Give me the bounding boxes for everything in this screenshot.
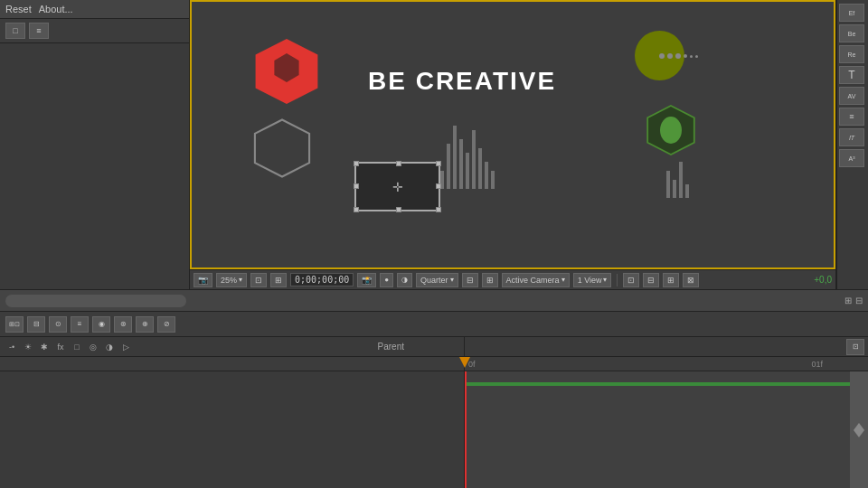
handle-tr[interactable] <box>436 161 441 166</box>
handle-bl[interactable] <box>354 207 359 212</box>
offset-display: +0,0 <box>814 275 832 285</box>
rp-effects[interactable]: Ef <box>839 4 864 22</box>
audio-bar-3 <box>453 126 457 189</box>
dot-3 <box>675 53 681 59</box>
selection-box[interactable]: ✛ <box>354 162 440 211</box>
panel-icon-1[interactable]: □ <box>5 23 25 39</box>
tl-btn-5[interactable]: ◉ <box>92 316 110 333</box>
view-icon-1[interactable]: ⊡ <box>623 273 639 287</box>
tl-collapse-icon[interactable]: ⊟ <box>855 296 863 305</box>
tl-btn-7[interactable]: ⊕ <box>136 316 154 333</box>
audio-bar-4 <box>459 139 463 189</box>
left-panel: Reset About... □ ≡ <box>0 0 190 289</box>
end-marker[interactable] <box>850 371 868 488</box>
svg-marker-2 <box>255 120 309 177</box>
handle-br[interactable] <box>436 207 441 212</box>
parent-label: Parent <box>378 342 458 352</box>
handle-mr[interactable] <box>436 183 441 189</box>
separator-1 <box>617 274 618 286</box>
selection-center-crosshair: ✛ <box>392 180 403 194</box>
audio-bar-5 <box>466 153 469 189</box>
audio-bars <box>440 117 495 189</box>
color-btn-1[interactable]: ● <box>380 273 393 287</box>
camera-icon-btn[interactable]: 📷 <box>193 273 212 287</box>
timeline-right-col[interactable] <box>465 371 868 488</box>
timeline-search[interactable] <box>5 295 186 307</box>
scene-container: BE CREATIVE <box>196 26 829 243</box>
handle-tc[interactable] <box>396 161 401 166</box>
view-icon-4[interactable]: ⊠ <box>683 273 699 287</box>
view-icon-3[interactable]: ⊞ <box>663 273 679 287</box>
layer-icon-7[interactable]: ▷ <box>119 341 132 353</box>
layer-icon-4[interactable]: □ <box>71 341 83 353</box>
dot-5 <box>690 55 693 58</box>
fit-btn[interactable]: ⊡ <box>250 273 267 287</box>
grid-btn[interactable]: ⊟ <box>462 273 478 287</box>
camera-dropdown[interactable]: Active Camera <box>502 273 570 287</box>
dot-6 <box>695 55 698 58</box>
short-bar-2 <box>673 180 676 198</box>
short-bar-4 <box>685 184 689 198</box>
layer-icon-5[interactable]: ◎ <box>87 341 99 353</box>
layer-icon-fx[interactable]: fx <box>54 341 67 353</box>
rp-re[interactable]: Re <box>839 45 864 63</box>
playhead-area <box>0 371 868 488</box>
left-panel-icons: □ ≡ <box>0 19 189 43</box>
tl-btn-6[interactable]: ⊛ <box>114 316 132 333</box>
snapshot-btn[interactable]: 📸 <box>357 273 376 287</box>
dot-2 <box>667 53 673 59</box>
right-panel: Ef Be Re T AV ≡ IT A³ <box>836 0 868 289</box>
layer-icon-6[interactable]: ◑ <box>103 341 116 353</box>
viewport-toolbar: 📷 25% ⊡ ⊞ 0;00;00;00 📸 ● ◑ Quarter ⊟ ⊞ A… <box>190 269 835 289</box>
layer-icon-3[interactable]: ✱ <box>38 341 51 353</box>
left-panel-header: Reset About... <box>0 0 189 19</box>
tl-btn-2[interactable]: ⊟ <box>27 316 45 333</box>
audio-bar-7 <box>478 148 482 189</box>
ruler-mark-end: 01f <box>811 357 823 371</box>
ruler-right: 0f 01f <box>465 357 868 371</box>
handle-ml[interactable] <box>354 183 359 189</box>
rp-it[interactable]: IT <box>839 128 864 146</box>
outline-hexagon <box>250 117 314 180</box>
layer-icon-2[interactable]: ☀ <box>22 341 34 353</box>
tl-expand-icon[interactable]: ⊞ <box>844 296 852 305</box>
view-dropdown[interactable]: 1 View <box>573 273 612 287</box>
tl-btn-8[interactable]: ⊘ <box>157 316 175 333</box>
rp-text[interactable]: T <box>839 66 864 84</box>
handle-tl[interactable] <box>354 161 359 166</box>
canvas-content: BE CREATIVE <box>192 2 834 267</box>
zoom-dropdown[interactable]: 25% <box>216 273 247 287</box>
handle-bc[interactable] <box>396 207 401 212</box>
view-icon-2[interactable]: ⊟ <box>643 273 659 287</box>
rp-be[interactable]: Be <box>839 24 864 42</box>
snap-btn[interactable]: ⊞ <box>270 273 287 287</box>
rp-menu[interactable]: ≡ <box>839 108 864 126</box>
tl-btn-4[interactable]: ≡ <box>71 316 89 333</box>
dot-4 <box>684 54 687 58</box>
timecode-display[interactable]: 0;00;00;00 <box>290 273 354 286</box>
tl-btn-1[interactable]: ⊞⊡ <box>5 316 24 333</box>
rp-a3[interactable]: A³ <box>839 149 864 167</box>
layers-btn[interactable]: ⊞ <box>482 273 498 287</box>
playhead-line[interactable] <box>465 371 467 488</box>
timeline-ruler: 0f 01f <box>0 357 868 371</box>
color-btn-2[interactable]: ◑ <box>397 273 412 287</box>
panel-icon-2[interactable]: ≡ <box>29 23 49 39</box>
audio-bar-2 <box>447 144 450 189</box>
reset-button[interactable]: Reset <box>5 4 32 14</box>
tl-btn-3[interactable]: ⊙ <box>49 316 67 333</box>
timeline-controls: ⊞⊡ ⊟ ⊙ ≡ ◉ ⊛ ⊕ ⊘ <box>0 312 868 337</box>
main-viewport: BE CREATIVE <box>190 0 836 289</box>
green-duration-bar <box>465 382 850 386</box>
rp-av[interactable]: AV <box>839 87 864 105</box>
svg-marker-5 <box>854 423 864 437</box>
audio-bar-6 <box>472 130 476 189</box>
timeline-left-col <box>0 371 465 488</box>
ruler-left <box>0 357 465 371</box>
layer-icon-1[interactable]: -• <box>5 341 18 353</box>
about-button[interactable]: About... <box>39 4 73 14</box>
layer-left-header: -• ☀ ✱ fx □ ◎ ◑ ▷ Parent <box>0 337 465 356</box>
audio-bar-8 <box>485 162 488 189</box>
tl-end-btn[interactable]: ⊡ <box>846 339 864 355</box>
quality-dropdown[interactable]: Quarter <box>416 273 458 287</box>
